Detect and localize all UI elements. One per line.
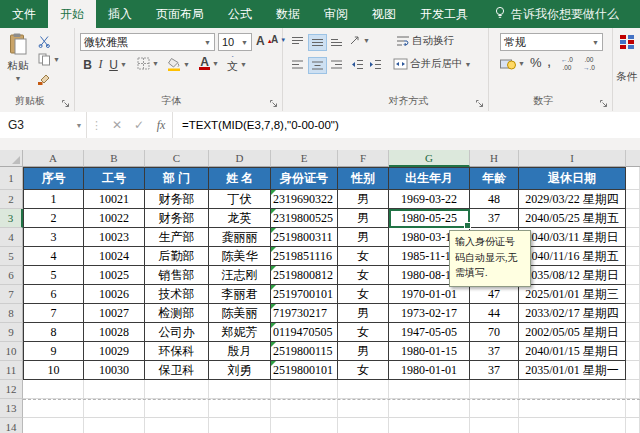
decrease-decimal-button[interactable]: .00→.0 bbox=[583, 56, 595, 72]
cell-F11[interactable]: 女 bbox=[338, 361, 389, 380]
cell-G11[interactable]: 1980-01-01 bbox=[389, 361, 470, 380]
cell-C2[interactable]: 财务部 bbox=[145, 190, 209, 209]
cell-A13[interactable] bbox=[23, 399, 84, 418]
row-header-3[interactable]: 3 bbox=[0, 209, 23, 228]
cell-G1[interactable]: 出生年月 bbox=[389, 167, 470, 190]
cell-A11[interactable]: 10 bbox=[23, 361, 84, 380]
cell-H3[interactable]: 37 bbox=[470, 209, 519, 228]
align-middle-button[interactable] bbox=[308, 34, 327, 51]
row-header-12[interactable]: 12 bbox=[0, 380, 23, 399]
cell-I7[interactable]: 2025/01/01 星期三 bbox=[519, 285, 626, 304]
copy-button[interactable]: ▼ bbox=[38, 53, 60, 66]
cell-C10[interactable]: 环保科 bbox=[145, 342, 209, 361]
cell-F13[interactable] bbox=[338, 399, 389, 418]
cell-E12[interactable] bbox=[271, 380, 338, 399]
formula-input[interactable]: =TEXT(MID(E3,7,8),"0-00-00") bbox=[173, 119, 339, 131]
cell-D2[interactable]: 丁伏 bbox=[209, 190, 271, 209]
cell-H1[interactable]: 年龄 bbox=[470, 167, 519, 190]
cell-A14[interactable] bbox=[23, 418, 84, 433]
cell-C13[interactable] bbox=[145, 399, 209, 418]
cell-G2[interactable]: 1969-03-22 bbox=[389, 190, 470, 209]
cell-G12[interactable] bbox=[389, 380, 470, 399]
row-header-11[interactable]: 11 bbox=[0, 361, 23, 380]
cell-H2[interactable]: 48 bbox=[470, 190, 519, 209]
tab-数据[interactable]: 数据 bbox=[264, 0, 312, 28]
tab-视图[interactable]: 视图 bbox=[360, 0, 408, 28]
cell-E2[interactable]: 2319690322 bbox=[271, 190, 338, 209]
cell-H10[interactable]: 37 bbox=[470, 342, 519, 361]
row-header-14[interactable]: 14 bbox=[0, 418, 23, 433]
column-header-I[interactable]: I bbox=[519, 150, 626, 167]
cell-C8[interactable]: 检测部 bbox=[145, 304, 209, 323]
font-dialog-launcher-icon[interactable] bbox=[269, 98, 279, 108]
cut-button[interactable] bbox=[38, 35, 51, 48]
cell-A5[interactable]: 4 bbox=[23, 247, 84, 266]
cell-E9[interactable]: 0119470505 bbox=[271, 323, 338, 342]
tab-审阅[interactable]: 审阅 bbox=[312, 0, 360, 28]
cell-F5[interactable]: 女 bbox=[338, 247, 389, 266]
cell-H8[interactable]: 44 bbox=[470, 304, 519, 323]
cell-I1[interactable]: 退休日期 bbox=[519, 167, 626, 190]
cell-E10[interactable]: 2519800115 bbox=[271, 342, 338, 361]
row-header-8[interactable]: 8 bbox=[0, 304, 23, 323]
cell-E3[interactable]: 2319800525 bbox=[271, 209, 338, 228]
row-header-4[interactable]: 4 bbox=[0, 228, 23, 247]
cell-I9[interactable]: 2002/05/05 星期日 bbox=[519, 323, 626, 342]
cell-D13[interactable] bbox=[209, 399, 271, 418]
cell-B2[interactable]: 10021 bbox=[84, 190, 145, 209]
row-header-13[interactable]: 13 bbox=[0, 399, 23, 418]
cell-I11[interactable]: 2035/01/01 星期一 bbox=[519, 361, 626, 380]
column-header-G[interactable]: G bbox=[389, 150, 470, 167]
cell-D10[interactable]: 殷月 bbox=[209, 342, 271, 361]
tab-开始[interactable]: 开始 bbox=[48, 0, 96, 28]
number-dialog-launcher-icon[interactable] bbox=[599, 98, 609, 108]
cell-D7[interactable]: 李丽君 bbox=[209, 285, 271, 304]
cell-D4[interactable]: 龚丽丽 bbox=[209, 228, 271, 247]
cell-F12[interactable] bbox=[338, 380, 389, 399]
cell-B7[interactable]: 10026 bbox=[84, 285, 145, 304]
row-header-9[interactable]: 9 bbox=[0, 323, 23, 342]
font-color-button[interactable]: A ▼ bbox=[199, 56, 219, 70]
cell-C1[interactable]: 部 门 bbox=[145, 167, 209, 190]
format-painter-button[interactable] bbox=[37, 72, 51, 86]
clipboard-dialog-launcher-icon[interactable] bbox=[61, 98, 71, 108]
cell-I2[interactable]: 2029/03/22 星期四 bbox=[519, 190, 626, 209]
comma-style-button[interactable]: , bbox=[547, 52, 551, 69]
cell-C6[interactable]: 销售部 bbox=[145, 266, 209, 285]
cell-A3[interactable]: 2 bbox=[23, 209, 84, 228]
cell-B6[interactable]: 10025 bbox=[84, 266, 145, 285]
cell-D5[interactable]: 陈美华 bbox=[209, 247, 271, 266]
cell-F3[interactable]: 男 bbox=[338, 209, 389, 228]
cell-C11[interactable]: 保卫科 bbox=[145, 361, 209, 380]
cell-F9[interactable]: 女 bbox=[338, 323, 389, 342]
column-header-D[interactable]: D bbox=[209, 150, 271, 167]
cell-H12[interactable] bbox=[470, 380, 519, 399]
cell-G8[interactable]: 1973-02-17 bbox=[389, 304, 470, 323]
cell-E1[interactable]: 身份证号 bbox=[271, 167, 338, 190]
cell-E8[interactable]: 719730217 bbox=[271, 304, 338, 323]
tell-me[interactable]: 告诉我你想要做什么 bbox=[494, 0, 619, 28]
cell-I8[interactable]: 2033/02/17 星期四 bbox=[519, 304, 626, 323]
number-format-select[interactable]: 常规▼ bbox=[500, 33, 603, 51]
cell-A7[interactable]: 6 bbox=[23, 285, 84, 304]
conditional-formatting-button[interactable] bbox=[619, 34, 635, 50]
cell-A1[interactable]: 序号 bbox=[23, 167, 84, 190]
cell-B5[interactable]: 10024 bbox=[84, 247, 145, 266]
row-header-2[interactable]: 2 bbox=[0, 190, 23, 209]
alignment-dialog-launcher-icon[interactable] bbox=[475, 98, 485, 108]
cell-B1[interactable]: 工号 bbox=[84, 167, 145, 190]
cell-E11[interactable]: 2519800101 bbox=[271, 361, 338, 380]
cell-B14[interactable] bbox=[84, 418, 145, 433]
font-name-select[interactable]: 微软雅黑▼ bbox=[80, 33, 215, 51]
tab-文件[interactable]: 文件 bbox=[0, 0, 48, 28]
cell-C12[interactable] bbox=[145, 380, 209, 399]
column-header-F[interactable]: F bbox=[338, 150, 389, 167]
column-header-C[interactable]: C bbox=[145, 150, 209, 167]
name-box[interactable]: G3 bbox=[0, 112, 72, 138]
cell-G13[interactable] bbox=[389, 399, 470, 418]
insert-function-button[interactable]: fx bbox=[150, 118, 172, 133]
cell-E13[interactable] bbox=[271, 399, 338, 418]
cell-H11[interactable]: 37 bbox=[470, 361, 519, 380]
tab-页面布局[interactable]: 页面布局 bbox=[144, 0, 216, 28]
italic-button[interactable]: I bbox=[94, 57, 107, 72]
